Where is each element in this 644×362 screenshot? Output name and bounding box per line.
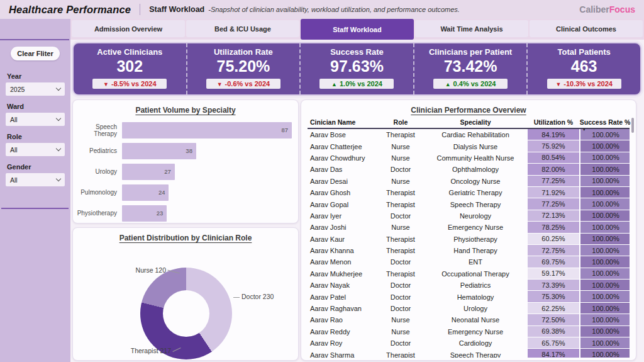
bar-urology[interactable]: 27 (122, 164, 175, 180)
column-header-utilization[interactable]: Utilization % (528, 118, 579, 126)
trend-down-icon: ▼ (103, 81, 109, 88)
filter-year-dropdown[interactable]: 2025 (6, 82, 65, 96)
cell-speciality: Emergency Nurse (423, 223, 528, 231)
cell-utilization: 72.75% (528, 245, 579, 256)
filter-label-gender: Gender (7, 163, 65, 171)
cell-utilization: 71.92% (528, 187, 579, 198)
bar-category-label: Pediatrics (77, 147, 122, 154)
table-row[interactable]: Aarav PatelDoctorHematology75.30%100.00% (308, 291, 630, 302)
table-body: Aarav BoseTherapistCardiac Rehabilitatio… (308, 129, 630, 358)
cell-clinician-name: Aarav Kaur (308, 235, 378, 243)
cell-speciality: Ophthalmology (423, 166, 528, 173)
cell-clinician-name: Aarav Roy (308, 339, 378, 347)
table-row[interactable]: Aarav MenonDoctorENT69.75%100.00% (308, 256, 630, 268)
cell-utilization: 77.25% (528, 176, 579, 187)
table-row[interactable]: Aarav RaoNurseNeonatal Nurse72.50%100.00… (308, 314, 630, 325)
bar-row-urology: Urology27 (77, 161, 292, 182)
table-row[interactable]: Aarav NayakDoctorPediatrics73.39%100.00% (308, 280, 630, 291)
cell-role: Nurse (378, 143, 423, 150)
cell-utilization: 77.25% (528, 198, 579, 210)
cell-speciality: Physiotherapy (423, 235, 528, 243)
table-row[interactable]: Aarav MukherjeeTherapistOccupational The… (308, 268, 630, 280)
cell-clinician-name: Aarav Reddy (308, 328, 378, 336)
bar-speech-therapy[interactable]: 87 (122, 122, 292, 139)
filter-label-year: Year (7, 72, 65, 80)
table-row[interactable]: Aarav IyerDoctorNeurology72.13%100.00% (308, 210, 630, 222)
cell-success-rate: 100.00% (579, 256, 630, 268)
brand-logo-part1: Caliber (579, 4, 609, 14)
cell-success-rate: 100.00% (579, 337, 630, 349)
cell-success-rate: 100.00% (579, 198, 630, 210)
cell-success-rate: 100.00% (579, 152, 630, 164)
cell-role: Therapist (378, 131, 423, 139)
donut-label-nurse: Nurse 120 (126, 266, 166, 274)
filter-ward-dropdown[interactable]: All (6, 113, 65, 126)
bar-category-label: Urology (77, 168, 122, 175)
table-row[interactable]: Aarav JoshiNurseEmergency Nurse78.25%100… (308, 222, 630, 233)
column-header-clinician-name[interactable]: Cinician Name (308, 118, 378, 126)
cell-role: Doctor (378, 281, 423, 289)
donut-label-doctor: Doctor 230 (242, 293, 274, 300)
cell-success-rate: 100.00% (579, 176, 630, 187)
clear-filter-button[interactable]: Clear Fliter (11, 47, 60, 60)
table-row[interactable]: Aarav SharmaTherapistSpeech Therapy84.17… (308, 349, 630, 358)
filter-label-ward: Ward (7, 103, 65, 110)
table-row[interactable]: Aarav BoseTherapistCardiac Rehabilitatio… (308, 129, 630, 140)
table-row[interactable]: Aarav DesaiNurseOncology Nurse77.25%100.… (308, 176, 630, 187)
table-row[interactable]: Aarav RoyDoctorCardiology65.75%100.00% (308, 337, 630, 349)
cell-clinician-name: Aarav Das (308, 166, 378, 173)
tab-admission-overview[interactable]: Admission Overview (72, 20, 185, 37)
table-row[interactable]: Aarav ChowdhuryNurseCommunity Health Nur… (308, 152, 630, 164)
filter-sidebar: Clear Fliter Year2025WardAllRoleAllGende… (0, 19, 70, 362)
bar-chart-title: Patient Volume by Specialty (73, 106, 298, 115)
tab-clinical-outcomes[interactable]: Clinical Outcomes (530, 20, 643, 37)
cell-success-rate: 100.00% (579, 291, 630, 302)
kpi-title: Active Clinicians (97, 47, 162, 57)
tab-staff-workload[interactable]: Staff Workload (301, 19, 414, 40)
table-row[interactable]: Aarav ChatterjeeNurseDialysis Nurse75.92… (308, 140, 630, 152)
column-header-role[interactable]: Role (378, 118, 423, 126)
kpi-card-clinicians-per-patient: Clinicians per Patient73.42%▲0.4% vs 202… (413, 43, 527, 94)
cell-role: Nurse (378, 223, 423, 231)
table-scrollbar[interactable] (631, 118, 634, 133)
cell-speciality: Urology (423, 305, 528, 312)
tab-bed-icu-usage[interactable]: Bed & ICU Usage (186, 20, 299, 37)
bar-row-pulmonology: Pulmonology24 (77, 182, 292, 203)
kpi-delta-text: -8.5% vs 2024 (111, 80, 157, 88)
tab-navigation: Admission OverviewBed & ICU UsageStaff W… (70, 19, 644, 40)
bar-physiotherapy[interactable]: 23 (122, 205, 167, 222)
table-row[interactable]: Aarav RaghavanDoctorUrology62.25%100.00% (308, 303, 630, 314)
cell-utilization: 82.00% (528, 164, 579, 175)
cell-utilization: 84.19% (528, 129, 579, 140)
column-header-success-rate[interactable]: Success Rate % ▾ (579, 118, 631, 126)
trend-down-icon: ▼ (217, 81, 223, 88)
cell-role: Therapist (378, 351, 423, 358)
table-row[interactable]: Aarav GhoshTherapistGeriatric Therapy71.… (308, 187, 630, 198)
cell-clinician-name: Aarav Patel (308, 293, 378, 301)
trend-up-icon: ▲ (445, 81, 451, 88)
filter-selected-value: All (10, 176, 18, 184)
cell-utilization: 62.25% (528, 303, 579, 314)
bar-pulmonology[interactable]: 24 (122, 184, 169, 201)
cell-speciality: Cardiology (423, 339, 528, 347)
table-row[interactable]: Aarav GopalTherapistSpeech Therapy77.25%… (308, 198, 630, 210)
cell-speciality: Cardiac Rehabilitation (423, 131, 528, 139)
table-row[interactable]: Aarav KaurTherapistPhysiotherapy60.25%10… (308, 234, 630, 245)
tab-wait-time-analysis[interactable]: Wait Time Analysis (415, 20, 528, 37)
kpi-band: Active Clinicians302▼-8.5% vs 2024Utiliz… (72, 42, 641, 96)
cell-role: Therapist (378, 247, 423, 254)
column-header-speciality[interactable]: Speciality (423, 118, 528, 126)
table-row[interactable]: Aarav ReddyNurseEmergency Nurse69.38%100… (308, 326, 630, 337)
table-row[interactable]: Aarav KhannaTherapistHand Therapy72.75%1… (308, 245, 630, 256)
cell-clinician-name: Aarav Chowdhury (308, 154, 378, 162)
filter-gender-dropdown[interactable]: All (6, 173, 65, 186)
cell-clinician-name: Aarav Mukherjee (308, 270, 378, 278)
bar-pediatrics[interactable]: 38 (122, 143, 196, 159)
kpi-value: 463 (571, 58, 597, 74)
kpi-title: Utilization Rate (214, 47, 273, 57)
kpi-card-active-clinicians: Active Clinicians302▼-8.5% vs 2024 (74, 43, 186, 94)
filter-role-dropdown[interactable]: All (6, 143, 65, 156)
table-row[interactable]: Aarav DasDoctorOphthalmology82.00%100.00… (308, 164, 630, 175)
cell-speciality: Speech Therapy (423, 201, 528, 208)
cell-clinician-name: Aarav Rao (308, 316, 378, 324)
